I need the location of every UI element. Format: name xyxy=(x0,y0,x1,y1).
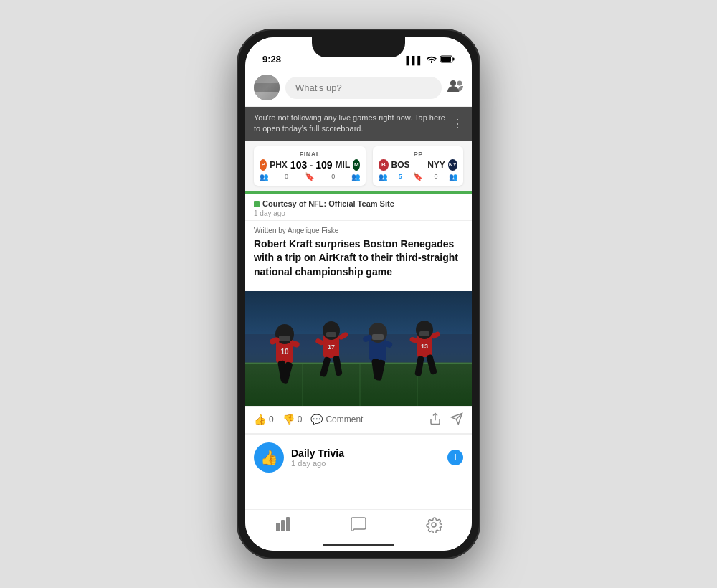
svg-point-5 xyxy=(457,80,462,85)
followers-icon-4: 👥 xyxy=(449,173,457,181)
bookmark-icon-2: 🔖 xyxy=(413,172,423,181)
nav-settings[interactable] xyxy=(426,517,442,536)
svg-point-0 xyxy=(431,62,432,63)
content-scroll[interactable]: Courtesy of NFL: Official Team Site 1 da… xyxy=(245,194,472,509)
bookmarks-count-1: 0 xyxy=(331,173,335,180)
svg-point-51 xyxy=(432,523,436,527)
signal-icon: ▌▌▌ xyxy=(407,56,423,65)
mil-logo: M xyxy=(353,159,360,171)
news-content: Written by Angelique Fiske Robert Kraft … xyxy=(245,221,472,291)
dislike-count: 0 xyxy=(298,414,303,425)
team-phx: PHX xyxy=(270,160,288,170)
avatar xyxy=(254,75,280,100)
battery-icon xyxy=(440,55,455,65)
followers-count-2: 5 xyxy=(399,173,402,180)
score-status-2: PP xyxy=(414,151,423,158)
score-divider-1: - xyxy=(310,160,313,170)
svg-rect-49 xyxy=(281,520,285,531)
action-bar: 👍 0 👎 0 💬 Comment xyxy=(245,406,472,433)
score-mil: 109 xyxy=(315,159,332,171)
score-row-1: P PHX 103 - 109 MIL M xyxy=(260,159,360,171)
like-action[interactable]: 👍 0 xyxy=(254,414,274,425)
followers-count-1: 0 xyxy=(285,173,288,180)
notch xyxy=(312,37,405,57)
score-card-bos-nyy[interactable]: PP B BOS NYY NY 👥 5 🔖 0 👥 xyxy=(373,146,463,186)
trivia-text: Daily Trivia 1 day ago xyxy=(291,447,440,468)
score-phx: 103 xyxy=(290,159,307,171)
more-options-icon[interactable]: ⋮ xyxy=(452,117,463,131)
news-card: Courtesy of NFL: Official Team Site 1 da… xyxy=(245,194,472,433)
trivia-title: Daily Trivia xyxy=(291,447,440,459)
score-status-1: FINAL xyxy=(300,151,320,158)
dislike-action[interactable]: 👎 0 xyxy=(282,414,303,425)
svg-rect-50 xyxy=(286,517,290,531)
svg-point-4 xyxy=(450,80,456,86)
send-icon[interactable] xyxy=(450,412,463,427)
live-banner-text: You're not following any live games righ… xyxy=(254,113,446,135)
nyy-logo: NY xyxy=(448,159,457,171)
trivia-card[interactable]: 👍 Daily Trivia 1 day ago i xyxy=(245,433,472,480)
thumbs-down-icon: 👎 xyxy=(282,414,295,425)
svg-rect-48 xyxy=(276,523,280,531)
news-source-name: Courtesy of NFL: Official Team Site xyxy=(254,199,463,208)
like-count: 0 xyxy=(269,414,274,425)
feed-icon xyxy=(351,517,366,535)
comment-label: Comment xyxy=(326,414,363,425)
score-row-2: B BOS NYY NY xyxy=(379,159,457,171)
search-area xyxy=(245,69,472,107)
bos-logo: B xyxy=(379,159,388,171)
team-mil: MIL xyxy=(336,160,351,170)
phone-screen: 9:28 ▌▌▌ xyxy=(245,37,472,551)
score-card-phx-mil[interactable]: FINAL P PHX 103 - 109 MIL M 👥 0 🔖 0 👥 xyxy=(254,146,366,186)
news-author: Written by Angelique Fiske xyxy=(254,227,463,234)
comment-action[interactable]: 💬 Comment xyxy=(310,414,363,425)
people-icon[interactable] xyxy=(447,80,463,96)
phone-frame: 9:28 ▌▌▌ xyxy=(237,29,480,559)
trivia-info-icon[interactable]: i xyxy=(447,450,463,465)
svg-rect-2 xyxy=(441,57,451,62)
thumbs-up-icon: 👍 xyxy=(254,414,266,425)
score-bottom-2: 👥 5 🔖 0 👥 xyxy=(379,172,457,181)
wifi-icon xyxy=(427,56,437,65)
svg-rect-3 xyxy=(453,58,455,61)
phx-logo: P xyxy=(260,159,267,171)
score-bottom-1: 👥 0 🔖 0 👥 xyxy=(260,172,360,181)
svg-rect-44 xyxy=(245,291,472,406)
search-input[interactable] xyxy=(285,77,442,99)
trivia-time: 1 day ago xyxy=(291,459,440,468)
scores-icon xyxy=(275,517,291,535)
bookmark-icon-1: 🔖 xyxy=(305,172,315,181)
scores-section: FINAL P PHX 103 - 109 MIL M 👥 0 🔖 0 👥 xyxy=(245,141,472,194)
team-nyy: NYY xyxy=(427,160,445,170)
followers-icon-3: 👥 xyxy=(379,173,387,181)
status-icons: ▌▌▌ xyxy=(407,55,455,65)
news-image: 10 17 xyxy=(245,291,472,406)
trivia-icon: 👍 xyxy=(254,442,284,473)
news-source-time: 1 day ago xyxy=(254,209,463,217)
followers-icon-2: 👥 xyxy=(351,173,360,181)
settings-icon xyxy=(426,517,442,536)
share-icon[interactable] xyxy=(429,412,442,427)
news-source: Courtesy of NFL: Official Team Site 1 da… xyxy=(245,194,472,221)
news-headline: Robert Kraft surprises Boston Renegades … xyxy=(254,237,463,280)
nav-feed[interactable] xyxy=(351,517,366,536)
comment-icon: 💬 xyxy=(310,414,323,425)
team-bos: BOS xyxy=(391,160,410,170)
status-time: 9:28 xyxy=(262,54,281,65)
trivia-emoji: 👍 xyxy=(260,449,278,466)
home-indicator xyxy=(323,544,394,546)
bookmarks-count-2: 0 xyxy=(435,173,438,180)
live-banner[interactable]: You're not following any live games righ… xyxy=(245,107,472,141)
followers-icon-1: 👥 xyxy=(260,173,268,181)
nav-scores[interactable] xyxy=(275,517,291,536)
